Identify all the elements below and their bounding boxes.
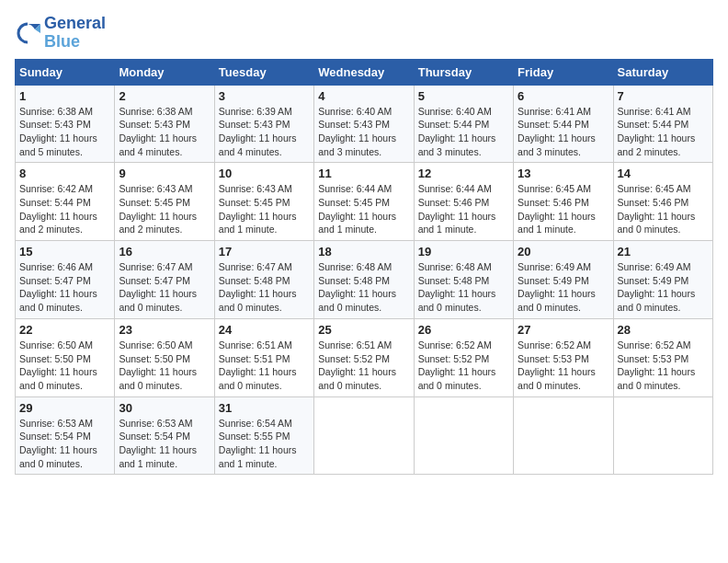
calendar-cell: 27 Sunrise: 6:52 AMSunset: 5:53 PMDaylig… <box>514 318 613 396</box>
calendar-cell: 4 Sunrise: 6:40 AMSunset: 5:43 PMDayligh… <box>314 85 414 163</box>
calendar-cell: 19 Sunrise: 6:48 AMSunset: 5:48 PMDaylig… <box>414 241 513 319</box>
calendar-cell <box>414 396 513 475</box>
calendar-cell: 28 Sunrise: 6:52 AMSunset: 5:53 PMDaylig… <box>613 318 712 396</box>
day-info: Sunrise: 6:44 AMSunset: 5:46 PMDaylight:… <box>418 182 509 236</box>
calendar-cell: 17 Sunrise: 6:47 AMSunset: 5:48 PMDaylig… <box>214 241 313 319</box>
day-info: Sunrise: 6:39 AMSunset: 5:43 PMDaylight:… <box>219 105 310 159</box>
day-info: Sunrise: 6:41 AMSunset: 5:44 PMDaylight:… <box>518 105 609 159</box>
col-header-tuesday: Tuesday <box>214 59 313 85</box>
calendar-cell: 20 Sunrise: 6:49 AMSunset: 5:49 PMDaylig… <box>514 241 613 319</box>
logo-icon <box>15 20 40 46</box>
day-number: 16 <box>119 245 210 259</box>
calendar-cell: 1 Sunrise: 6:38 AMSunset: 5:43 PMDayligh… <box>16 85 115 163</box>
day-info: Sunrise: 6:49 AMSunset: 5:49 PMDaylight:… <box>518 260 609 315</box>
day-number: 24 <box>219 323 310 337</box>
day-info: Sunrise: 6:40 AMSunset: 5:44 PMDaylight:… <box>418 105 509 159</box>
day-info: Sunrise: 6:51 AMSunset: 5:52 PMDaylight:… <box>318 339 409 393</box>
day-info: Sunrise: 6:48 AMSunset: 5:48 PMDaylight:… <box>418 260 509 315</box>
calendar-cell: 3 Sunrise: 6:39 AMSunset: 5:43 PMDayligh… <box>214 85 313 163</box>
calendar-cell <box>514 396 613 475</box>
day-number: 13 <box>518 167 609 180</box>
day-info: Sunrise: 6:53 AMSunset: 5:54 PMDaylight:… <box>119 417 210 471</box>
col-header-sunday: Sunday <box>16 59 115 85</box>
col-header-thursday: Thursday <box>414 59 513 85</box>
day-info: Sunrise: 6:41 AMSunset: 5:44 PMDaylight:… <box>618 105 709 159</box>
week-row-5: 29 Sunrise: 6:53 AMSunset: 5:54 PMDaylig… <box>16 396 713 475</box>
day-number: 6 <box>518 89 609 103</box>
day-number: 31 <box>219 401 310 415</box>
day-number: 30 <box>119 401 210 415</box>
calendar-table: SundayMondayTuesdayWednesdayThursdayFrid… <box>15 59 713 476</box>
day-number: 9 <box>119 167 210 180</box>
day-info: Sunrise: 6:43 AMSunset: 5:45 PMDaylight:… <box>119 182 210 236</box>
page-header: GeneralBlue <box>15 15 713 52</box>
day-info: Sunrise: 6:54 AMSunset: 5:55 PMDaylight:… <box>219 417 310 471</box>
logo-text: GeneralBlue <box>44 15 106 52</box>
calendar-cell: 14 Sunrise: 6:45 AMSunset: 5:46 PMDaylig… <box>613 163 712 241</box>
day-info: Sunrise: 6:51 AMSunset: 5:51 PMDaylight:… <box>219 339 310 393</box>
day-number: 8 <box>19 167 110 180</box>
calendar-cell <box>314 396 414 475</box>
col-header-friday: Friday <box>514 59 613 85</box>
day-number: 18 <box>318 245 409 259</box>
calendar-cell: 29 Sunrise: 6:53 AMSunset: 5:54 PMDaylig… <box>16 396 115 475</box>
calendar-cell: 15 Sunrise: 6:46 AMSunset: 5:47 PMDaylig… <box>16 241 115 319</box>
calendar-cell: 11 Sunrise: 6:44 AMSunset: 5:45 PMDaylig… <box>314 163 414 241</box>
day-number: 23 <box>119 323 210 337</box>
calendar-cell: 6 Sunrise: 6:41 AMSunset: 5:44 PMDayligh… <box>514 85 613 163</box>
day-info: Sunrise: 6:47 AMSunset: 5:47 PMDaylight:… <box>119 260 210 315</box>
day-info: Sunrise: 6:43 AMSunset: 5:45 PMDaylight:… <box>219 182 310 236</box>
day-info: Sunrise: 6:44 AMSunset: 5:45 PMDaylight:… <box>318 182 409 236</box>
col-header-monday: Monday <box>115 59 214 85</box>
calendar-cell: 30 Sunrise: 6:53 AMSunset: 5:54 PMDaylig… <box>115 396 214 475</box>
day-number: 2 <box>119 89 210 103</box>
calendar-cell: 7 Sunrise: 6:41 AMSunset: 5:44 PMDayligh… <box>613 85 712 163</box>
day-info: Sunrise: 6:50 AMSunset: 5:50 PMDaylight:… <box>119 339 210 393</box>
day-number: 12 <box>418 167 509 180</box>
day-number: 11 <box>318 167 409 180</box>
calendar-cell: 23 Sunrise: 6:50 AMSunset: 5:50 PMDaylig… <box>115 318 214 396</box>
day-number: 26 <box>418 323 509 337</box>
day-number: 10 <box>219 167 310 180</box>
day-number: 4 <box>318 89 409 103</box>
day-number: 25 <box>318 323 409 337</box>
col-header-saturday: Saturday <box>613 59 712 85</box>
day-number: 29 <box>19 401 110 415</box>
day-number: 20 <box>518 245 609 259</box>
calendar-cell: 8 Sunrise: 6:42 AMSunset: 5:44 PMDayligh… <box>16 163 115 241</box>
day-info: Sunrise: 6:45 AMSunset: 5:46 PMDaylight:… <box>618 182 709 236</box>
day-info: Sunrise: 6:52 AMSunset: 5:52 PMDaylight:… <box>418 339 509 393</box>
calendar-cell: 25 Sunrise: 6:51 AMSunset: 5:52 PMDaylig… <box>314 318 414 396</box>
logo: GeneralBlue <box>15 15 106 52</box>
calendar-cell: 9 Sunrise: 6:43 AMSunset: 5:45 PMDayligh… <box>115 163 214 241</box>
day-number: 28 <box>618 323 709 337</box>
day-info: Sunrise: 6:52 AMSunset: 5:53 PMDaylight:… <box>618 339 709 393</box>
calendar-cell: 24 Sunrise: 6:51 AMSunset: 5:51 PMDaylig… <box>214 318 313 396</box>
col-header-wednesday: Wednesday <box>314 59 414 85</box>
week-row-3: 15 Sunrise: 6:46 AMSunset: 5:47 PMDaylig… <box>16 241 713 319</box>
calendar-cell: 21 Sunrise: 6:49 AMSunset: 5:49 PMDaylig… <box>613 241 712 319</box>
day-number: 21 <box>618 245 709 259</box>
calendar-cell <box>613 396 712 475</box>
day-number: 1 <box>19 89 110 103</box>
day-info: Sunrise: 6:47 AMSunset: 5:48 PMDaylight:… <box>219 260 310 315</box>
calendar-cell: 2 Sunrise: 6:38 AMSunset: 5:43 PMDayligh… <box>115 85 214 163</box>
calendar-cell: 10 Sunrise: 6:43 AMSunset: 5:45 PMDaylig… <box>214 163 313 241</box>
day-info: Sunrise: 6:42 AMSunset: 5:44 PMDaylight:… <box>19 182 110 236</box>
day-number: 19 <box>418 245 509 259</box>
day-number: 15 <box>19 245 110 259</box>
calendar-cell: 26 Sunrise: 6:52 AMSunset: 5:52 PMDaylig… <box>414 318 513 396</box>
day-info: Sunrise: 6:53 AMSunset: 5:54 PMDaylight:… <box>19 417 110 471</box>
day-number: 27 <box>518 323 609 337</box>
week-row-1: 1 Sunrise: 6:38 AMSunset: 5:43 PMDayligh… <box>16 85 713 163</box>
day-number: 22 <box>19 323 110 337</box>
week-row-2: 8 Sunrise: 6:42 AMSunset: 5:44 PMDayligh… <box>16 163 713 241</box>
day-info: Sunrise: 6:49 AMSunset: 5:49 PMDaylight:… <box>618 260 709 315</box>
day-info: Sunrise: 6:40 AMSunset: 5:43 PMDaylight:… <box>318 105 409 159</box>
calendar-cell: 22 Sunrise: 6:50 AMSunset: 5:50 PMDaylig… <box>16 318 115 396</box>
day-number: 5 <box>418 89 509 103</box>
day-info: Sunrise: 6:38 AMSunset: 5:43 PMDaylight:… <box>119 105 210 159</box>
day-info: Sunrise: 6:45 AMSunset: 5:46 PMDaylight:… <box>518 182 609 236</box>
day-info: Sunrise: 6:38 AMSunset: 5:43 PMDaylight:… <box>19 105 110 159</box>
calendar-cell: 16 Sunrise: 6:47 AMSunset: 5:47 PMDaylig… <box>115 241 214 319</box>
